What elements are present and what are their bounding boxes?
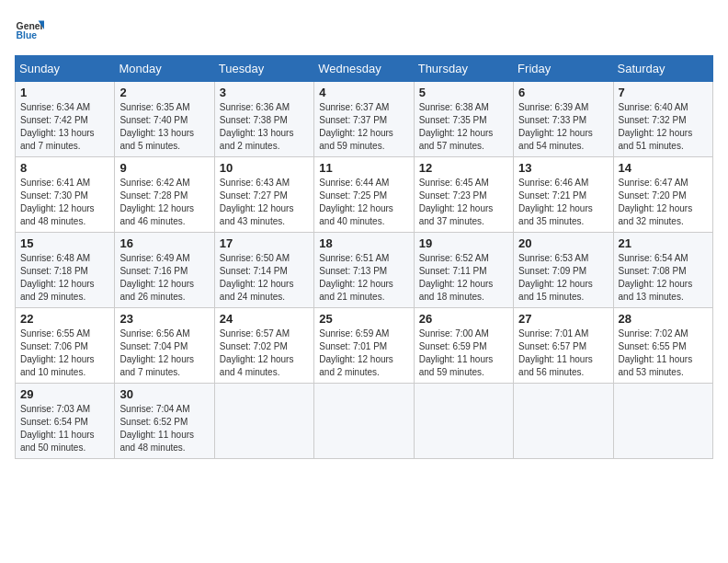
table-row: 21 Sunrise: 6:54 AMSunset: 7:08 PMDaylig…	[613, 233, 712, 308]
col-thursday: Thursday	[414, 56, 513, 82]
day-number: 27	[518, 312, 608, 326]
day-number: 14	[619, 161, 708, 175]
table-row: 7 Sunrise: 6:40 AMSunset: 7:32 PMDayligh…	[613, 82, 712, 157]
day-info: Sunrise: 7:03 AMSunset: 6:54 PMDaylight:…	[20, 403, 109, 454]
day-info: Sunrise: 6:57 AMSunset: 7:02 PMDaylight:…	[220, 327, 309, 379]
day-number: 30	[119, 387, 209, 401]
table-row: 25 Sunrise: 6:59 AMSunset: 7:01 PMDaylig…	[314, 308, 414, 384]
day-number: 21	[619, 236, 708, 250]
day-number: 12	[419, 161, 508, 175]
day-number: 18	[319, 236, 408, 250]
day-info: Sunrise: 6:42 AMSunset: 7:28 PMDaylight:…	[119, 177, 209, 228]
day-number: 9	[119, 161, 209, 175]
table-row: 11 Sunrise: 6:44 AMSunset: 7:25 PMDaylig…	[314, 157, 414, 233]
day-number: 1	[20, 86, 109, 99]
table-row: 18 Sunrise: 6:51 AMSunset: 7:13 PMDaylig…	[314, 233, 414, 308]
day-info: Sunrise: 6:40 AMSunset: 7:32 PMDaylight:…	[619, 101, 708, 153]
day-info: Sunrise: 7:00 AMSunset: 6:59 PMDaylight:…	[419, 327, 508, 379]
table-row: 14 Sunrise: 6:47 AMSunset: 7:20 PMDaylig…	[613, 157, 712, 233]
table-row: 5 Sunrise: 6:38 AMSunset: 7:35 PMDayligh…	[414, 82, 513, 157]
day-info: Sunrise: 7:01 AMSunset: 6:57 PMDaylight:…	[518, 327, 608, 379]
day-info: Sunrise: 6:38 AMSunset: 7:35 PMDaylight:…	[419, 101, 508, 153]
table-row	[414, 384, 513, 459]
page-header: General Blue	[15, 15, 713, 44]
day-number: 15	[20, 236, 109, 250]
table-row: 13 Sunrise: 6:46 AMSunset: 7:21 PMDaylig…	[514, 157, 613, 233]
day-number: 4	[319, 86, 408, 99]
day-info: Sunrise: 6:53 AMSunset: 7:09 PMDaylight:…	[518, 252, 608, 304]
logo: General Blue	[15, 15, 44, 44]
table-row: 1 Sunrise: 6:34 AMSunset: 7:42 PMDayligh…	[16, 82, 115, 157]
day-number: 28	[619, 312, 708, 326]
calendar-table: Sunday Monday Tuesday Wednesday Thursday…	[15, 55, 713, 459]
table-row: 3 Sunrise: 6:36 AMSunset: 7:38 PMDayligh…	[214, 82, 313, 157]
day-info: Sunrise: 6:54 AMSunset: 7:08 PMDaylight:…	[619, 252, 708, 304]
day-number: 11	[319, 161, 408, 175]
day-info: Sunrise: 6:37 AMSunset: 7:37 PMDaylight:…	[319, 101, 408, 153]
table-row: 10 Sunrise: 6:43 AMSunset: 7:27 PMDaylig…	[214, 157, 313, 233]
table-row: 16 Sunrise: 6:49 AMSunset: 7:16 PMDaylig…	[115, 233, 214, 308]
day-number: 10	[220, 161, 309, 175]
day-number: 26	[419, 312, 508, 326]
day-number: 16	[119, 236, 209, 250]
day-info: Sunrise: 6:43 AMSunset: 7:27 PMDaylight:…	[220, 177, 309, 228]
table-row: 22 Sunrise: 6:55 AMSunset: 7:06 PMDaylig…	[16, 308, 115, 384]
table-row: 6 Sunrise: 6:39 AMSunset: 7:33 PMDayligh…	[514, 82, 613, 157]
day-number: 7	[619, 86, 708, 99]
table-row: 4 Sunrise: 6:37 AMSunset: 7:37 PMDayligh…	[314, 82, 414, 157]
day-number: 25	[319, 312, 408, 326]
day-info: Sunrise: 6:46 AMSunset: 7:21 PMDaylight:…	[518, 177, 608, 228]
day-info: Sunrise: 7:02 AMSunset: 6:55 PMDaylight:…	[619, 327, 708, 379]
day-info: Sunrise: 6:59 AMSunset: 7:01 PMDaylight:…	[319, 327, 408, 379]
day-number: 2	[119, 86, 209, 99]
table-row: 12 Sunrise: 6:45 AMSunset: 7:23 PMDaylig…	[414, 157, 513, 233]
table-row: 30 Sunrise: 7:04 AMSunset: 6:52 PMDaylig…	[115, 384, 214, 459]
day-info: Sunrise: 6:56 AMSunset: 7:04 PMDaylight:…	[119, 327, 209, 379]
day-number: 3	[220, 86, 309, 99]
table-row: 29 Sunrise: 7:03 AMSunset: 6:54 PMDaylig…	[16, 384, 115, 459]
day-info: Sunrise: 6:39 AMSunset: 7:33 PMDaylight:…	[518, 101, 608, 153]
col-wednesday: Wednesday	[314, 56, 414, 82]
table-row: 19 Sunrise: 6:52 AMSunset: 7:11 PMDaylig…	[414, 233, 513, 308]
day-number: 20	[518, 236, 608, 250]
day-info: Sunrise: 6:47 AMSunset: 7:20 PMDaylight:…	[619, 177, 708, 228]
day-number: 29	[20, 387, 109, 401]
day-info: Sunrise: 6:50 AMSunset: 7:14 PMDaylight:…	[220, 252, 309, 304]
day-info: Sunrise: 6:52 AMSunset: 7:11 PMDaylight:…	[419, 252, 508, 304]
day-info: Sunrise: 6:51 AMSunset: 7:13 PMDaylight:…	[319, 252, 408, 304]
table-row	[613, 384, 712, 459]
day-info: Sunrise: 6:41 AMSunset: 7:30 PMDaylight:…	[20, 177, 109, 228]
table-row: 8 Sunrise: 6:41 AMSunset: 7:30 PMDayligh…	[16, 157, 115, 233]
day-info: Sunrise: 6:45 AMSunset: 7:23 PMDaylight:…	[419, 177, 508, 228]
col-friday: Friday	[514, 56, 613, 82]
day-info: Sunrise: 6:44 AMSunset: 7:25 PMDaylight:…	[319, 177, 408, 228]
day-info: Sunrise: 6:49 AMSunset: 7:16 PMDaylight:…	[119, 252, 209, 304]
table-row: 9 Sunrise: 6:42 AMSunset: 7:28 PMDayligh…	[115, 157, 214, 233]
day-number: 6	[518, 86, 608, 99]
table-row	[314, 384, 414, 459]
day-info: Sunrise: 6:34 AMSunset: 7:42 PMDaylight:…	[20, 101, 109, 153]
table-row: 20 Sunrise: 6:53 AMSunset: 7:09 PMDaylig…	[514, 233, 613, 308]
day-number: 5	[419, 86, 508, 99]
col-saturday: Saturday	[613, 56, 712, 82]
day-number: 13	[518, 161, 608, 175]
col-sunday: Sunday	[16, 56, 115, 82]
day-number: 17	[220, 236, 309, 250]
day-info: Sunrise: 6:36 AMSunset: 7:38 PMDaylight:…	[220, 101, 309, 153]
table-row: 26 Sunrise: 7:00 AMSunset: 6:59 PMDaylig…	[414, 308, 513, 384]
table-row: 27 Sunrise: 7:01 AMSunset: 6:57 PMDaylig…	[514, 308, 613, 384]
table-row: 24 Sunrise: 6:57 AMSunset: 7:02 PMDaylig…	[214, 308, 313, 384]
table-row: 17 Sunrise: 6:50 AMSunset: 7:14 PMDaylig…	[214, 233, 313, 308]
day-number: 22	[20, 312, 109, 326]
table-row: 28 Sunrise: 7:02 AMSunset: 6:55 PMDaylig…	[613, 308, 712, 384]
day-info: Sunrise: 6:55 AMSunset: 7:06 PMDaylight:…	[20, 327, 109, 379]
table-row	[214, 384, 313, 459]
table-row: 15 Sunrise: 6:48 AMSunset: 7:18 PMDaylig…	[16, 233, 115, 308]
col-tuesday: Tuesday	[214, 56, 313, 82]
table-row	[514, 384, 613, 459]
day-info: Sunrise: 6:35 AMSunset: 7:40 PMDaylight:…	[119, 101, 209, 153]
logo-icon: General Blue	[15, 15, 44, 44]
day-info: Sunrise: 7:04 AMSunset: 6:52 PMDaylight:…	[119, 403, 209, 454]
day-info: Sunrise: 6:48 AMSunset: 7:18 PMDaylight:…	[20, 252, 109, 304]
table-row: 2 Sunrise: 6:35 AMSunset: 7:40 PMDayligh…	[115, 82, 214, 157]
